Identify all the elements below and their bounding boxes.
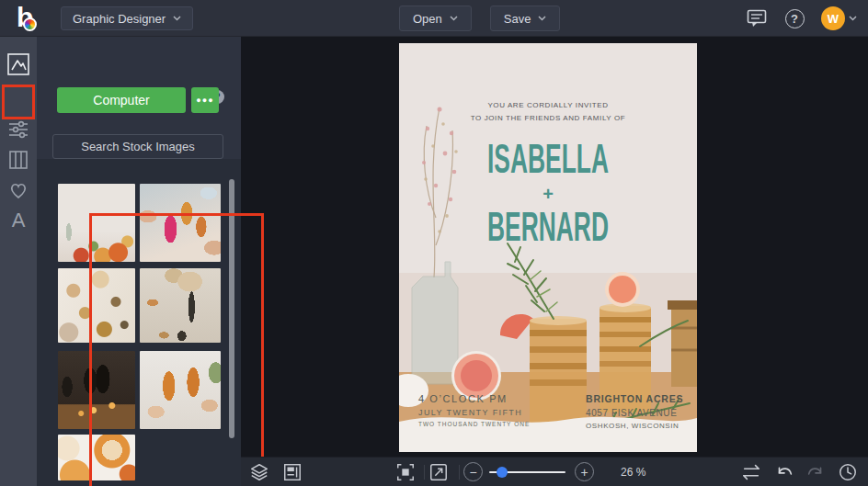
poster-date-line1: JULY TWENTY FIFTH: [418, 408, 530, 417]
poster-name-bottom: BERNARD: [459, 207, 637, 247]
sidebar-item-layouts[interactable]: [4, 145, 33, 175]
stock-thumbnail[interactable]: [140, 184, 221, 262]
poster-name-top: ISABELLA: [459, 139, 637, 179]
chevron-down-icon: [173, 16, 181, 21]
poster-invite-line1: YOU ARE CORDIALLY INVITED: [399, 101, 697, 109]
resize-canvas-icon[interactable]: [428, 461, 450, 483]
canvas-area[interactable]: YOU ARE CORDIALLY INVITED TO JOIN THE FR…: [241, 37, 868, 457]
canvas-toolbar: − + 26 %: [241, 457, 868, 486]
avatar: W: [821, 6, 845, 30]
befunky-logo[interactable]: b: [15, 4, 42, 33]
stock-thumbnails-grid: [58, 184, 221, 486]
sidebar-item-favorites[interactable]: [4, 175, 33, 205]
chevron-down-icon: [450, 16, 458, 21]
sidebar-item-image-manager[interactable]: [4, 50, 33, 79]
image-manager-panel: IMAGE MANAGER ? Computer ●●● Search Stoc…: [37, 37, 241, 486]
help-glyph: ?: [791, 12, 798, 26]
stock-thumbnail[interactable]: [58, 268, 135, 343]
graphic-designer-app: b Graphic Designer Open Save: [0, 0, 868, 486]
stock-thumbnail[interactable]: [58, 351, 135, 429]
ellipsis-icon: ●●●: [196, 96, 213, 105]
zoom-in-glyph: +: [580, 466, 588, 479]
poster-event-time-block: 4 O’CLOCK PM JULY TWENTY FIFTH TWO THOUS…: [418, 393, 530, 427]
stock-thumbnail[interactable]: [58, 184, 135, 262]
zoom-slider[interactable]: [489, 471, 565, 473]
poster-time: 4 O’CLOCK PM: [418, 393, 530, 404]
poster-address-line2: OSHKOSH, WISCONSIN: [586, 422, 687, 430]
open-button[interactable]: Open: [399, 6, 472, 31]
redo-icon[interactable]: [805, 461, 827, 483]
top-bar: b Graphic Designer Open Save: [0, 0, 868, 37]
templates-icon[interactable]: [281, 461, 303, 483]
more-sources-button[interactable]: ●●●: [191, 87, 219, 113]
stock-thumbnail[interactable]: [140, 351, 221, 429]
zoom-level: 26 %: [621, 466, 645, 479]
poster-address-line1: 4057 FISK AVENUE: [586, 408, 687, 418]
poster-venue: BRIGHTON ACRES: [586, 393, 687, 404]
undo-icon[interactable]: [773, 461, 795, 483]
poster-date-line2: TWO THOUSAND TWENTY ONE: [418, 421, 530, 427]
chevron-down-icon: [538, 16, 546, 21]
app-menu-label: Graphic Designer: [73, 12, 166, 26]
sidebar-item-edit[interactable]: [4, 115, 33, 144]
color-wheel-icon: [23, 17, 37, 31]
poster-plus: +: [399, 184, 697, 205]
app-menu-button[interactable]: Graphic Designer: [61, 6, 193, 30]
poster-invite-line2: TO JOIN THE FRIENDS AND FAMILY OF: [399, 114, 697, 122]
history-icon[interactable]: [837, 461, 859, 483]
stock-thumbnail[interactable]: [140, 268, 221, 343]
help-icon[interactable]: ?: [783, 7, 805, 29]
search-stock-images-button[interactable]: Search Stock Images: [52, 134, 223, 159]
feedback-comment-icon[interactable]: [746, 7, 768, 29]
sidebar-item-text[interactable]: A: [4, 206, 33, 235]
open-button-label: Open: [413, 12, 442, 26]
toolbar-divider: [459, 465, 460, 480]
toolbar-divider: [424, 465, 425, 480]
chevron-down-icon: [849, 16, 857, 21]
swap-arrows-icon[interactable]: [740, 461, 762, 483]
zoom-out-glyph: −: [469, 466, 476, 479]
save-button[interactable]: Save: [490, 6, 561, 31]
panel-scrollbar[interactable]: [229, 179, 234, 438]
zoom-in-icon[interactable]: +: [575, 462, 594, 481]
save-button-label: Save: [504, 12, 531, 26]
layers-icon[interactable]: [248, 461, 270, 483]
poster-venue-block: BRIGHTON ACRES 4057 FISK AVENUE OSHKOSH,…: [586, 393, 687, 430]
tool-rail: A: [0, 37, 37, 486]
zoom-slider-handle[interactable]: [497, 467, 508, 478]
stock-thumbnail[interactable]: [58, 435, 135, 480]
account-menu[interactable]: W: [821, 6, 857, 30]
fit-to-screen-icon[interactable]: [394, 461, 417, 483]
design-poster[interactable]: YOU ARE CORDIALLY INVITED TO JOIN THE FR…: [399, 43, 697, 452]
zoom-out-icon[interactable]: −: [463, 462, 483, 481]
text-tool-glyph: A: [12, 210, 26, 231]
computer-upload-button[interactable]: Computer: [57, 87, 186, 113]
